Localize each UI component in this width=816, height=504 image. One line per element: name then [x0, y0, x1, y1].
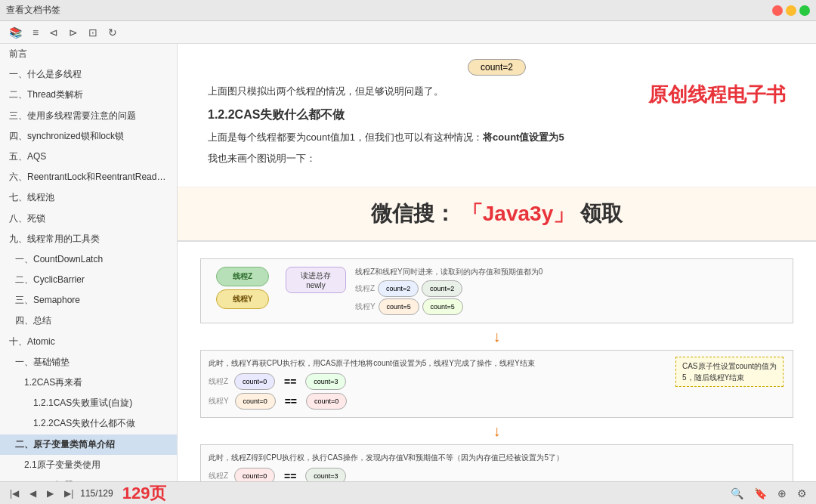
count-z-step3-1: count=0 [234, 468, 275, 481]
banner-suffix: 领取 [580, 202, 623, 225]
toc-item-17[interactable]: 1.2.1CAS失败重试(自旋) [0, 393, 177, 413]
step3-title: 此时，线程Z得到CPU执行权，执行CAS操作，发现内存值V和预期值不等（因为内存… [209, 453, 785, 463]
eq-sign: == [284, 376, 296, 388]
toc-item-18[interactable]: 1.2.2CAS失败什么都不做 [0, 413, 177, 434]
back-button[interactable]: ⊲ [46, 25, 61, 40]
fit-button[interactable]: ⊡ [85, 25, 100, 40]
page-big-label: 129页 [122, 482, 167, 505]
eq-sign3: == [284, 470, 296, 481]
total-pages: 129 [98, 488, 113, 499]
bookmark-button[interactable]: 🔖 [751, 486, 770, 501]
step1-section: 线程Z 线程Y 读进总存newly 线程Z和线程Y同时进来，读取到的内存值和预期… [200, 258, 793, 323]
toc-item-6[interactable]: 六、ReentrantLock和ReentrantReadW... [0, 167, 177, 187]
toolbar: 📚 ≡ ⊲ ⊳ ⊡ ↻ [0, 21, 816, 44]
close-button[interactable] [772, 5, 783, 16]
bottom-bar: |◀ ◀ ▶ ▶| 115/129 129页 🔍 🔖 ⊕ ⚙ [0, 481, 816, 504]
last-page-button[interactable]: ▶| [60, 487, 77, 500]
minimize-button[interactable] [786, 5, 796, 16]
caption-text: 上面图只模拟出两个线程的情况，但足够说明问题了。 [208, 85, 786, 98]
banner-title: 微信搜： 「Java3y」 领取 [208, 199, 786, 228]
first-page-button[interactable]: |◀ [6, 487, 23, 500]
sidebar-toc: 前言一、什么是多线程二、Thread类解析三、使用多线程需要注意的问题四、syn… [0, 44, 178, 481]
count-z2: count=2 [422, 280, 462, 297]
step2-section: 此时，线程Y再获CPU执行权，用CAS原子性地将count值设置为5，线程Y完成… [200, 350, 793, 418]
top-bar: 查看文档书签 [0, 0, 816, 21]
toc-item-4[interactable]: 四、synchronized锁和lock锁 [0, 126, 177, 147]
annotation-label: 读进总存newly [286, 267, 346, 293]
toc-button[interactable]: ≡ [29, 25, 42, 40]
toc-item-10[interactable]: 一、CountDownLatch [0, 249, 177, 270]
step3-section: 此时，线程Z得到CPU执行权，执行CAS操作，发现内存值V和预期值不等（因为内存… [200, 444, 793, 481]
window-title: 查看文档书签 [6, 4, 772, 17]
settings-button[interactable]: ⚙ [794, 486, 810, 501]
search-bottom-button[interactable]: 🔍 [728, 486, 746, 501]
toc-item-8[interactable]: 八、死锁 [0, 209, 177, 229]
thread-z-bubble1: 线程Z [216, 267, 269, 286]
main-layout: 前言一、什么是多线程二、Thread类解析三、使用多线程需要注意的问题四、syn… [0, 44, 816, 481]
next-page-button[interactable]: ▶ [43, 487, 57, 500]
toc-item-14[interactable]: 十、Atomic [0, 332, 177, 352]
toc-item-16[interactable]: 1.2CAS再来看 [0, 373, 177, 393]
count-y2: count=5 [422, 298, 463, 315]
toc-item-11[interactable]: 二、CyclicBarrier [0, 270, 177, 290]
thread-y-bubble1: 线程Y [216, 289, 269, 309]
cas-note-line2: 5，随后线程Y结束 [682, 373, 744, 382]
cas-note-line1: CAS原子性设置count的值为 [682, 362, 777, 370]
forward-button[interactable]: ⊳ [66, 25, 81, 40]
page-info: 115/129 [80, 488, 113, 499]
toc-item-0[interactable]: 前言 [0, 44, 177, 64]
current-page: 115 [80, 488, 95, 499]
count-z-step2-2: count=3 [305, 373, 346, 390]
section1-title: 1.2.2CAS失败什么都不做 [208, 107, 786, 123]
maximize-button[interactable] [799, 5, 810, 16]
banner-wechat: 「Java3y」 [462, 202, 574, 225]
count-y-step2-2: count=0 [306, 393, 347, 410]
count-y-step2-1: count=0 [235, 393, 276, 410]
toc-item-12[interactable]: 三、Semaphore [0, 290, 177, 311]
rotate-button[interactable]: ↻ [105, 25, 120, 40]
toc-item-1[interactable]: 一、什么是多线程 [0, 64, 177, 85]
banner-section: 微信搜： 「Java3y」 领取 [178, 187, 816, 242]
toc-item-7[interactable]: 七、线程池 [0, 187, 177, 208]
count-z1: count=2 [378, 280, 419, 297]
section1-body2: 我也来画个图说明一下： [208, 150, 786, 167]
count-z-step2-1: count=0 [234, 373, 275, 390]
bottom-icons: 🔍 🔖 ⊕ ⚙ [728, 486, 810, 501]
toc-item-3[interactable]: 三、使用多线程需要注意的问题 [0, 106, 177, 126]
toc-item-9[interactable]: 九、线程常用的工具类 [0, 229, 177, 249]
toc-item-19[interactable]: 二、原子变量类简单介绍 [0, 434, 177, 455]
step1-annotation: 线程Z和线程Y同时进来，读取到的内存值和预期值都为0 [355, 267, 785, 277]
section1-body1: 上面是每个线程都要为count值加1，但我们也可以有这种情况：将count值设置… [208, 129, 786, 146]
banner-prefix: 微信搜： [371, 202, 456, 225]
eq-sign2: == [285, 395, 297, 407]
count-z-step3-2: count=3 [305, 468, 346, 481]
window-controls [772, 5, 810, 16]
count-y1: count=5 [379, 298, 419, 315]
toc-item-20[interactable]: 2.1原子变量类使用 [0, 455, 177, 475]
prev-page-button[interactable]: ◀ [26, 487, 40, 500]
toc-item-15[interactable]: 一、基础铺垫 [0, 352, 177, 373]
toc-item-13[interactable]: 四、总结 [0, 311, 177, 331]
cas-diagram-area: 线程Z 线程Y 读进总存newly 线程Z和线程Y同时进来，读取到的内存值和预期… [178, 242, 816, 481]
share-button[interactable]: ⊕ [774, 486, 790, 501]
toc-item-5[interactable]: 五、AQS [0, 147, 177, 167]
cas-note: CAS原子性设置count的值为 5，随后线程Y结束 [675, 357, 784, 387]
content-area[interactable]: count=2 上面图只模拟出两个线程的情况，但足够说明问题了。 1.2.2CA… [178, 44, 816, 481]
arrow2: ↓ [200, 422, 793, 440]
arrow1: ↓ [200, 328, 793, 345]
toc-item-21[interactable]: 2.2ABA问题 [0, 475, 177, 481]
book-icon-button[interactable]: 📚 [6, 25, 25, 40]
toc-item-2[interactable]: 二、Thread类解析 [0, 85, 177, 105]
count-bubble: count=2 [468, 59, 526, 76]
